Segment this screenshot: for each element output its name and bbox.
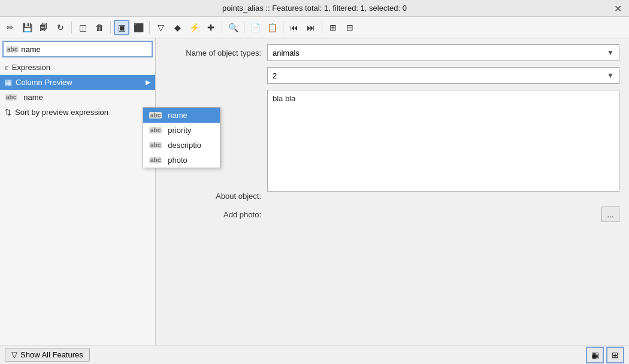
submenu-photo-abc: abc (149, 157, 162, 163)
photo-label: Add photo: (165, 210, 261, 219)
save-button[interactable]: 💾 (19, 20, 35, 35)
first-feature-button[interactable]: ⏮ (286, 20, 302, 35)
toolbar-sep-4 (222, 22, 222, 34)
search-button[interactable]: 🔍 (225, 20, 241, 35)
photo-control: ... (267, 207, 619, 222)
refresh-button[interactable]: ↻ (53, 20, 68, 35)
toolbar-sep-7 (322, 22, 322, 34)
name-input-container: abc (2, 41, 153, 57)
sort-icon: ⇅ (5, 108, 11, 117)
number-value: 2 (273, 71, 277, 80)
show-features-button[interactable]: ▽ Show All Features (5, 348, 90, 362)
object-types-control: animals ▼ (267, 44, 619, 61)
name-abc-badge: abc (5, 94, 17, 101)
submenu-name-abc: abc (149, 112, 162, 119)
menu-item-sort-preview[interactable]: ⇅ Sort by preview expression (0, 105, 155, 120)
description-control: bla bla (267, 90, 619, 192)
select-rect-button[interactable]: ▣ (114, 20, 129, 35)
last-feature-button[interactable]: ⏭ (303, 20, 319, 35)
submenu-item-photo[interactable]: abc photo (143, 153, 220, 168)
submenu-priority-label: priority (168, 126, 191, 135)
toolbar: ✏ 💾 🗐 ↻ ◫ 🗑 ▣ ⬛ ▽ ◆ ⚡ ✚ 🔍 📄 📋 ⏮ ⏭ ⊞ ⊟ (0, 17, 629, 38)
bottom-bar: ▽ Show All Features ▦ ⊞ (0, 345, 629, 364)
toolbar-sep-5 (244, 22, 244, 34)
show-features-icon: ▽ (11, 350, 17, 359)
name-input[interactable] (21, 45, 149, 54)
bottom-form-view-button[interactable]: ▦ (586, 347, 604, 363)
expression-label: Expression (12, 63, 50, 72)
show-features-label: Show All Features (20, 350, 83, 359)
submenu-priority-abc: abc (149, 127, 162, 134)
select-form-button[interactable]: ⬛ (131, 20, 146, 35)
form-view-button[interactable]: 📄 (247, 20, 263, 35)
object-types-row: Name of object types: animals ▼ (165, 44, 619, 61)
table-view-button[interactable]: 📋 (264, 20, 280, 35)
filter-layer-button[interactable]: ◆ (170, 20, 185, 35)
titlebar-text: points_alias :: Features total: 1, filte… (222, 4, 407, 13)
toolbar-sep-1 (71, 22, 72, 34)
abc-badge: abc (6, 46, 19, 53)
bottom-right-buttons: ▦ ⊞ (586, 347, 624, 363)
bottom-table-icon: ⊞ (612, 350, 619, 360)
about-row: About object: (165, 192, 619, 201)
object-types-chevron: ▼ (607, 48, 614, 57)
expand-all-button[interactable]: ⊞ (325, 20, 341, 35)
column-preview-submenu: abc name abc priority abc descriptio abc… (143, 107, 220, 168)
close-button[interactable]: ✕ (612, 2, 624, 14)
object-types-label: Name of object types: (165, 48, 261, 57)
description-text: bla bla (273, 94, 295, 103)
expression-icon: ε (5, 63, 8, 72)
titlebar: points_alias :: Features total: 1, filte… (0, 0, 629, 17)
main-area: abc ε Expression ▦ Column Preview ▶ abc … (0, 38, 629, 345)
column-preview-arrow: ▶ (146, 78, 150, 86)
submenu-name-label: name (168, 111, 188, 120)
menu-item-expression[interactable]: ε Expression (0, 60, 155, 75)
left-menu: ε Expression ▦ Column Preview ▶ abc name… (0, 60, 155, 120)
photo-browse-button[interactable]: ... (601, 207, 619, 222)
sort-preview-label: Sort by preview expression (15, 108, 108, 117)
menu-item-name[interactable]: abc name (0, 90, 155, 105)
collapse-all-button[interactable]: ⊟ (342, 20, 358, 35)
number-dropdown[interactable]: 2 ▼ (267, 67, 619, 84)
bottom-table-view-button[interactable]: ⊞ (606, 347, 624, 363)
description-row: bla bla (165, 90, 619, 192)
about-label: About object: (165, 192, 261, 201)
description-textbox: bla bla (267, 90, 619, 192)
column-preview-label: Column Preview (16, 78, 72, 87)
zoom-map-button[interactable]: ✚ (203, 20, 219, 35)
object-types-value: animals (273, 48, 300, 57)
submenu-descriptio-label: descriptio (168, 141, 201, 150)
photo-row: Add photo: ... (165, 207, 619, 222)
flash-button[interactable]: ⚡ (186, 20, 202, 35)
number-chevron: ▼ (607, 71, 614, 80)
name-label: name (23, 93, 43, 102)
right-panel: Name of object types: animals ▼ 2 ▼ (156, 38, 629, 345)
add-feature-button[interactable]: ◫ (75, 20, 90, 35)
object-types-dropdown[interactable]: animals ▼ (267, 44, 619, 61)
submenu-item-priority[interactable]: abc priority (143, 123, 220, 138)
number-row: 2 ▼ (165, 67, 619, 84)
delete-feature-button[interactable]: 🗑 (92, 20, 107, 35)
submenu-photo-label: photo (168, 156, 188, 165)
submenu-item-descriptio[interactable]: abc descriptio (143, 138, 220, 153)
menu-item-column-preview[interactable]: ▦ Column Preview ▶ (0, 75, 155, 90)
submenu-item-name[interactable]: abc name (143, 108, 220, 123)
column-preview-icon: ▦ (5, 78, 12, 87)
toolbar-sep-3 (149, 22, 150, 34)
number-control: 2 ▼ (267, 67, 619, 84)
toolbar-sep-2 (110, 22, 111, 34)
bottom-form-icon: ▦ (591, 350, 599, 360)
submenu-descriptio-abc: abc (149, 142, 162, 148)
copy-row-button[interactable]: 🗐 (36, 20, 52, 35)
toolbar-sep-6 (283, 22, 283, 34)
edit-button[interactable]: ✏ (2, 20, 18, 35)
filter-show-button[interactable]: ▽ (153, 20, 168, 35)
left-panel: abc ε Expression ▦ Column Preview ▶ abc … (0, 38, 156, 345)
